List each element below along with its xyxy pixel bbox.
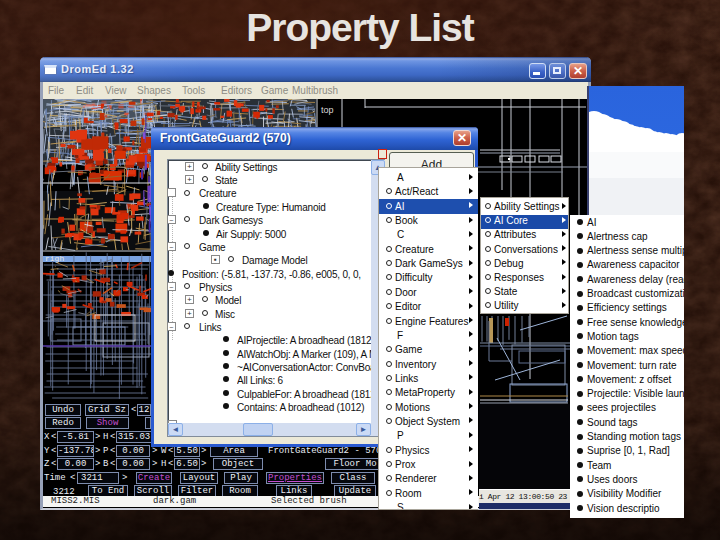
- svg-text:top: top: [321, 105, 334, 115]
- svg-text:righ: righ: [45, 254, 64, 263]
